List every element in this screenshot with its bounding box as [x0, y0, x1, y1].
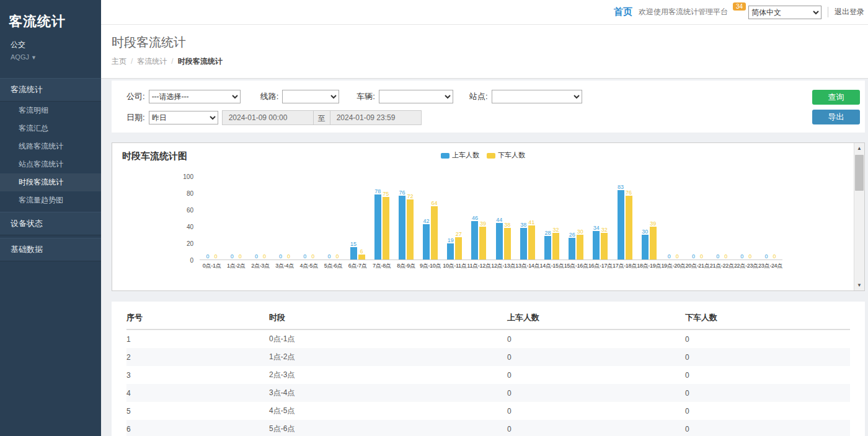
bar-rect [496, 223, 503, 259]
bar[interactable]: 0 [771, 253, 778, 259]
bar-value-label: 0 [303, 253, 306, 259]
x-axis-label: 18点-19点 [637, 262, 661, 270]
bar[interactable]: 0 [205, 253, 211, 259]
bar[interactable]: 30 [642, 229, 649, 260]
logout-link[interactable]: 退出登录 [828, 7, 864, 17]
scroll-down-icon[interactable]: ▼ [854, 280, 864, 290]
bar[interactable]: 76 [626, 190, 632, 259]
bar[interactable]: 75 [383, 191, 389, 259]
notification-badge[interactable]: 34 [733, 2, 746, 11]
bar-rect [618, 190, 624, 259]
date-preset-select[interactable]: 昨日 [149, 111, 218, 124]
language-select[interactable]: 简体中文 [748, 6, 822, 19]
bar[interactable]: 42 [423, 218, 430, 259]
bar[interactable]: 0 [261, 253, 268, 259]
bar[interactable]: 32 [552, 227, 559, 259]
date-from-input[interactable] [222, 110, 314, 125]
home-link[interactable]: 首页 [614, 6, 632, 18]
bar-rect [399, 196, 405, 259]
bar[interactable]: 0 [666, 253, 673, 259]
sidebar-item[interactable]: 线路客流统计 [0, 137, 101, 155]
bar-rect [626, 196, 632, 259]
breadcrumb-item[interactable]: 主页 [112, 57, 126, 66]
bar[interactable]: 0 [334, 253, 340, 259]
bar[interactable]: 34 [593, 225, 600, 259]
bar[interactable]: 6 [358, 248, 365, 259]
bar[interactable]: 0 [253, 253, 260, 259]
bar[interactable]: 0 [237, 253, 244, 259]
x-axis-label: 13点-14点 [515, 262, 539, 270]
bar[interactable]: 0 [213, 253, 219, 259]
bar[interactable]: 72 [407, 193, 414, 259]
sidebar-item[interactable]: 客流汇总 [0, 120, 101, 137]
station-select[interactable] [492, 90, 582, 103]
x-axis-label: 7点-8点 [370, 262, 394, 270]
date-to-input[interactable] [330, 110, 422, 125]
bar[interactable]: 0 [301, 253, 308, 259]
bar[interactable]: 78 [374, 188, 381, 259]
scroll-up-icon[interactable]: ▲ [854, 143, 864, 154]
bar[interactable]: 0 [690, 253, 697, 259]
bar[interactable]: 0 [326, 253, 332, 259]
bar[interactable]: 28 [544, 230, 551, 259]
bar[interactable]: 0 [722, 253, 729, 259]
bar-value-label: 0 [676, 253, 679, 259]
bar[interactable]: 0 [763, 253, 770, 259]
bar[interactable]: 0 [674, 253, 681, 259]
org-selector[interactable]: AQGJ▼ [0, 51, 101, 68]
bar-value-label: 42 [423, 218, 430, 224]
company-select[interactable]: ---请选择--- [149, 90, 241, 103]
bar[interactable]: 27 [455, 231, 462, 259]
bar[interactable]: 0 [277, 253, 284, 259]
bar[interactable]: 0 [746, 253, 753, 259]
legend-item[interactable]: 下车人数 [487, 151, 525, 159]
x-axis-label: 19点-20点 [661, 262, 685, 270]
line-select[interactable] [282, 90, 339, 103]
bar[interactable]: 0 [309, 253, 316, 259]
bar[interactable]: 26 [569, 232, 575, 259]
chart-scrollbar[interactable]: ▲ ▼ [854, 143, 864, 290]
vehicle-select[interactable] [379, 90, 453, 103]
bar[interactable]: 41 [528, 219, 535, 259]
table-cell: 0 [507, 348, 685, 366]
data-table-panel: 序号时段上车人数下车人数 10点-1点0021点-2点0032点-3点0043点… [112, 302, 865, 436]
sidebar-item[interactable]: 时段客流统计 [0, 173, 101, 191]
bar[interactable]: 64 [431, 200, 438, 259]
bar[interactable]: 0 [285, 253, 292, 259]
breadcrumb-item[interactable]: 客流统计 [137, 57, 167, 66]
bar-group: 7875 [370, 176, 394, 259]
query-button[interactable]: 查询 [812, 90, 860, 105]
bar-value-label: 76 [626, 190, 632, 196]
bar[interactable]: 32 [601, 227, 608, 259]
bar[interactable]: 19 [447, 237, 454, 259]
export-button[interactable]: 导出 [812, 110, 860, 124]
bar[interactable]: 46 [471, 215, 478, 259]
sidebar-item[interactable]: 客流明细 [0, 102, 101, 120]
bar[interactable]: 38 [504, 222, 511, 259]
bar[interactable]: 38 [520, 222, 527, 259]
sidebar-section[interactable]: 设备状态 [0, 212, 101, 235]
bar[interactable]: 76 [399, 190, 405, 259]
bar[interactable]: 30 [577, 229, 583, 260]
bar[interactable]: 0 [738, 253, 745, 259]
bar-group: 4639 [467, 176, 491, 259]
x-axis-label: 22点-23点 [734, 262, 758, 270]
bar[interactable]: 39 [479, 220, 486, 259]
legend-item[interactable]: 上车人数 [441, 151, 479, 159]
sidebar-item[interactable]: 客流量趋势图 [0, 191, 101, 209]
bar[interactable]: 15 [350, 241, 357, 259]
scrollbar-thumb[interactable] [855, 155, 864, 191]
sidebar-item[interactable]: 站点客流统计 [0, 155, 101, 173]
bar[interactable]: 83 [618, 184, 624, 259]
bar-group: 00 [248, 176, 272, 259]
sidebar-section[interactable]: 基础数据 [0, 238, 101, 261]
bar[interactable]: 44 [496, 217, 503, 259]
bar[interactable]: 0 [229, 253, 236, 259]
sidebar-section[interactable]: 客流统计 [0, 78, 101, 102]
x-axis-label: 8点-9点 [394, 262, 418, 270]
table-header-cell: 下车人数 [685, 307, 850, 329]
bar-rect [593, 231, 600, 259]
bar[interactable]: 0 [714, 253, 721, 259]
bar[interactable]: 0 [698, 253, 705, 259]
bar[interactable]: 39 [650, 220, 657, 259]
